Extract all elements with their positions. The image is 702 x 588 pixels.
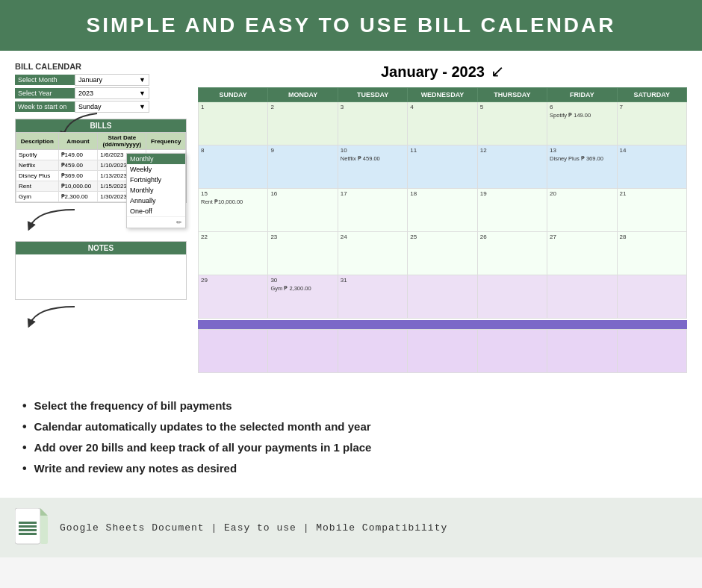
notes-section: NOTES	[15, 241, 187, 300]
calendar-cell: 5	[477, 102, 547, 146]
calendar-day-header: SATURDAY	[617, 88, 686, 102]
day-number: 16	[270, 190, 335, 197]
calendar-cell: 11	[408, 146, 477, 189]
bullet-item: •Calendar automatically updates to the s…	[22, 420, 680, 434]
calendar-cell: 1	[199, 102, 268, 146]
freq-fortnightly[interactable]: Fortnightly	[127, 175, 185, 185]
calendar-day-header: THURSDAY	[477, 88, 547, 102]
notes-header: NOTES	[16, 242, 186, 254]
calendar-cell: 23	[268, 232, 338, 275]
calendar-cell: 28	[617, 232, 686, 275]
calendar-cell: 19	[477, 189, 547, 232]
day-number: 18	[410, 190, 474, 197]
day-number: 8	[201, 147, 265, 154]
calendar-cell: 24	[338, 232, 407, 275]
day-number: 23	[270, 234, 335, 240]
calendar-cell: 22	[199, 232, 268, 275]
col-amount: Amount	[58, 133, 98, 150]
calendar-extra-row	[198, 329, 687, 373]
main-content: BILL CALENDAR Select Month January ▼ Sel…	[0, 51, 702, 384]
col-start-date: Start Date(dd/mm/yyyy)	[98, 133, 146, 150]
bill-calendar-label: BILL CALENDAR	[15, 62, 187, 71]
day-number: 21	[620, 190, 684, 197]
day-number: 6	[550, 104, 614, 110]
select-month-label: Select Month	[15, 75, 75, 85]
day-number: 22	[201, 234, 265, 240]
day-number: 13	[550, 147, 614, 154]
calendar-cell: 20	[547, 189, 617, 232]
day-number: 12	[480, 147, 544, 154]
freq-monthly-selected[interactable]: Monthly	[127, 154, 185, 164]
calendar-week-row: 15Rent ₱10,000.00161718192021	[199, 189, 687, 232]
calendar-week-row: 8910Netflix ₱ 459.00111213Disney Plus ₱ …	[199, 146, 687, 189]
day-number: 2	[270, 104, 335, 110]
calendar-day-header: SUNDAY	[199, 88, 268, 102]
svg-marker-1	[40, 508, 48, 516]
day-number: 4	[410, 104, 474, 110]
frequency-dropdown[interactable]: Monthly Weekly Fortnightly Monthly Annua…	[126, 153, 186, 228]
calendar-cell: 16	[268, 189, 338, 232]
freq-edit-icon[interactable]: ✏	[127, 216, 185, 228]
select-month-row: Select Month January ▼	[15, 74, 187, 86]
col-description: Description	[16, 133, 59, 150]
calendar-cell: 6Spotify ₱ 149.00	[547, 102, 617, 146]
svg-rect-5	[19, 529, 37, 531]
svg-rect-4	[19, 525, 37, 528]
svg-rect-3	[19, 522, 37, 524]
calendar-day-header: FRIDAY	[547, 88, 617, 102]
select-month-value[interactable]: January ▼	[75, 74, 149, 86]
calendar-week-row: 22232425262728	[199, 232, 687, 275]
calendar-cell: 9	[268, 146, 338, 189]
day-number: 1	[201, 104, 265, 110]
calendar-cell	[477, 275, 547, 319]
day-number: 19	[480, 190, 544, 197]
calendar-title: January - 2023 ↙	[198, 62, 687, 81]
freq-monthly[interactable]: Monthly	[127, 185, 185, 196]
sheets-icon	[15, 508, 48, 547]
right-panel: January - 2023 ↙ SUNDAYMONDAYTUESDAYWEDN…	[198, 62, 687, 373]
day-number: 9	[270, 147, 335, 154]
calendar-cell: 17	[338, 189, 407, 232]
calendar-cell: 31	[338, 275, 407, 319]
day-number: 20	[550, 190, 614, 197]
calendar-event: Rent ₱10,000.00	[201, 198, 265, 205]
day-number: 30	[270, 277, 335, 284]
calendar-table: SUNDAYMONDAYTUESDAYWEDNESDAYTHURSDAYFRID…	[198, 87, 687, 319]
footer: Google Sheets Document | Easy to use | M…	[0, 498, 702, 557]
calendar-event: Gym ₱ 2,300.00	[270, 285, 335, 292]
day-number: 27	[550, 234, 614, 240]
page-header: SIMPLE AND EASY TO USE BILL CALENDAR	[0, 0, 702, 51]
curved-arrow-icon: ↙	[491, 62, 504, 81]
freq-one-off[interactable]: One-off	[127, 206, 185, 216]
calendar-cell: 8	[199, 146, 268, 189]
calendar-cell: 14	[617, 146, 686, 189]
freq-weekly[interactable]: Weekly	[127, 164, 185, 175]
select-year-row: Select Year 2023 ▼	[15, 87, 187, 99]
calendar-cell: 30Gym ₱ 2,300.00	[268, 275, 338, 319]
calendar-cell: 10Netflix ₱ 459.00	[338, 146, 407, 189]
day-number: 14	[620, 147, 684, 154]
day-number: 24	[341, 234, 405, 240]
calendar-event: Netflix ₱ 459.00	[341, 155, 405, 162]
bullet-item: •Add over 20 bills and keep track of all…	[22, 441, 680, 454]
day-number: 31	[341, 277, 405, 284]
day-number: 11	[410, 147, 474, 154]
calendar-day-header: MONDAY	[268, 88, 338, 102]
calendar-cell: 27	[547, 232, 617, 275]
calendar-cell: 4	[408, 102, 477, 146]
calendar-cell	[617, 275, 686, 319]
calendar-cell: 25	[408, 232, 477, 275]
calendar-cell: 15Rent ₱10,000.00	[199, 189, 268, 232]
calendar-cell: 3	[338, 102, 407, 146]
day-number: 26	[480, 234, 544, 240]
freq-annually[interactable]: Annually	[127, 196, 185, 206]
calendar-event: Spotify ₱ 149.00	[550, 112, 614, 119]
calendar-week-row: 123456Spotify ₱ 149.007	[199, 102, 687, 146]
select-year-value[interactable]: 2023 ▼	[75, 87, 149, 99]
calendar-event: Disney Plus ₱ 369.00	[550, 155, 614, 162]
notes-body[interactable]	[16, 254, 186, 299]
calendar-cell: 18	[408, 189, 477, 232]
svg-rect-6	[19, 533, 37, 535]
calendar-cell	[408, 275, 477, 319]
day-number: 5	[480, 104, 544, 110]
